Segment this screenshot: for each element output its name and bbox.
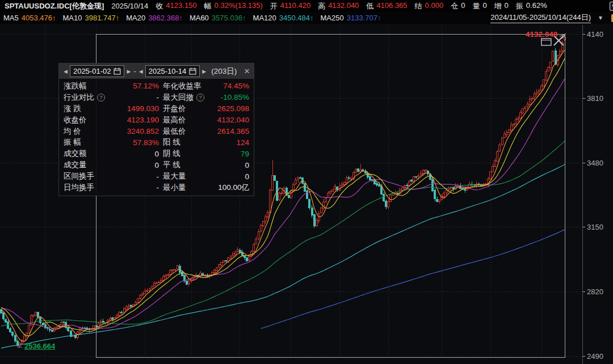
stats-row: 振 幅57.83%阳 线124 xyxy=(64,137,249,148)
stats-row: 涨跌幅57.12%年化收益率74.45% xyxy=(64,81,249,92)
ma-item: MA54053.476↑ xyxy=(3,14,56,22)
range-stats-rows: 涨跌幅57.12%年化收益率74.45%行业对比?-最大回撤?-10.85%涨 … xyxy=(59,79,254,196)
stats-row: 行业对比?-最大回撤?-10.85% xyxy=(64,92,249,103)
stats-row: 收盘价4123.190最高价4132.040 xyxy=(64,115,249,126)
quote-field: 开4110.420 xyxy=(270,1,310,11)
date-range-selector[interactable]: 2024/11/05-2025/10/14(244日) xyxy=(490,12,591,23)
calendar-icon xyxy=(114,67,121,75)
ma-item: MA203862.368↑ xyxy=(126,14,183,22)
stats-row: 涨 跌1499.030开盘价2625.098 xyxy=(64,103,249,115)
quote-fields: 收4123.150幅0.32%(13.135)开4110.420高4132.04… xyxy=(156,1,547,11)
help-icon[interactable]: ? xyxy=(196,94,204,101)
panel-close-icon[interactable]: × xyxy=(244,66,250,76)
quote-field: 结0.000 xyxy=(415,1,444,11)
stats-row: 区间换手-最大量0 xyxy=(64,171,249,182)
svg-text:3810: 3810 xyxy=(587,94,603,103)
ma-item: MA603575.036↑ xyxy=(190,14,246,22)
quote-field: 幅0.32%(13.135) xyxy=(204,1,263,11)
svg-text:2490: 2490 xyxy=(587,352,603,361)
app-window: SPTAUUSDOZ.IDC[伦敦金现] 2025/10/14 收4123.15… xyxy=(0,0,613,364)
end-date-prev-button[interactable]: ◀ xyxy=(138,69,144,74)
quote-field: 增0 xyxy=(494,1,509,11)
ma-item: MA1203450.484↑ xyxy=(253,14,314,22)
calendar-icon xyxy=(189,67,196,75)
chevron-down-icon[interactable]: ▼ xyxy=(598,15,603,21)
quote-field: 量0 xyxy=(472,1,486,11)
date-separator: - xyxy=(133,67,136,75)
stats-row: 成交额0阴 线79 xyxy=(64,148,249,159)
quote-bar: SPTAUUSDOZ.IDC[伦敦金现] 2025/10/14 收4123.15… xyxy=(0,0,613,12)
quote-field: 低4106.365 xyxy=(366,1,407,11)
ma-item: MA103981.747↑ xyxy=(62,14,119,22)
stats-row: 成交量0平 线0 xyxy=(64,159,249,171)
range-stats-header: ◀ 2025-01-02 ▶ - ◀ 2025-10-14 xyxy=(59,64,254,79)
low-arrow-icon: ← xyxy=(16,342,24,350)
low-annotation: ← 2536.664 xyxy=(16,342,55,350)
quote-field: 振0.62% xyxy=(516,1,547,11)
window-badge-icon[interactable]: W xyxy=(610,2,613,11)
range-days-count: (203日) xyxy=(211,66,237,77)
end-date-input[interactable]: 2025-10-14 xyxy=(145,65,200,77)
ma-values: MA54053.476↑MA103981.747↑MA203862.368↑MA… xyxy=(3,14,381,22)
svg-text:4140: 4140 xyxy=(587,30,603,39)
quote-field: 收4123.150 xyxy=(156,1,196,11)
svg-text:3150: 3150 xyxy=(587,223,603,231)
start-date-next-button[interactable]: ▶ xyxy=(126,69,131,74)
help-icon[interactable]: ? xyxy=(97,94,105,101)
high-annotation: 4132.040 xyxy=(526,30,558,39)
stats-row: 均 价3240.852最低价2614.365 xyxy=(64,126,249,137)
end-date-next-button[interactable]: ▶ xyxy=(201,69,207,74)
ma-item: MA2503133.707↑ xyxy=(321,14,381,22)
svg-text:2820: 2820 xyxy=(587,287,603,296)
quote-field: 仓0 xyxy=(451,1,465,11)
svg-text:3480: 3480 xyxy=(587,159,603,167)
start-date-prev-button[interactable]: ◀ xyxy=(63,69,68,74)
start-date-input[interactable]: 2025-01-02 xyxy=(70,65,125,77)
symbol-name[interactable]: SPTAUUSDOZ.IDC[伦敦金现] xyxy=(5,1,104,11)
quote-date: 2025/10/14 xyxy=(111,2,148,10)
ma-bar: MA54053.476↑MA103981.747↑MA203862.368↑MA… xyxy=(0,12,613,24)
range-stats-panel: ◀ 2025-01-02 ▶ - ◀ 2025-10-14 xyxy=(58,63,254,196)
stats-row: 日均换手-最小量100.00亿 xyxy=(64,182,249,193)
quote-field: 高4132.040 xyxy=(318,1,359,11)
